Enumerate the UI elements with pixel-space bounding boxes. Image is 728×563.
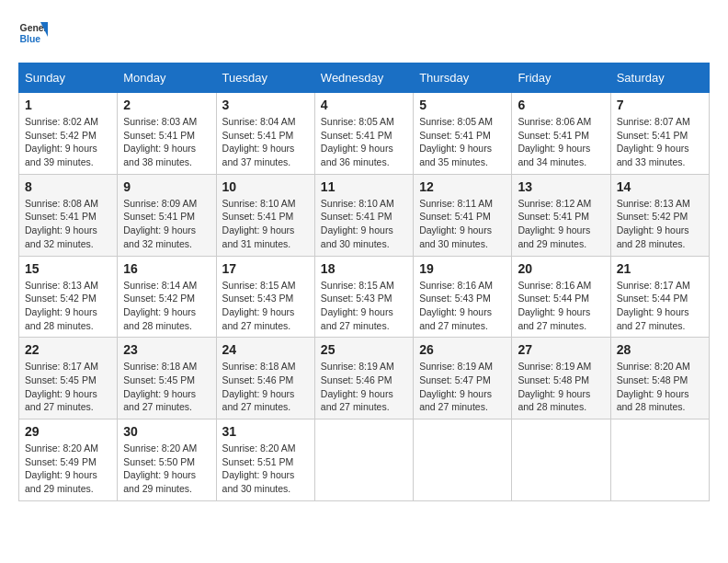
day-info: Sunrise: 8:10 AMSunset: 5:41 PMDaylight:…: [222, 197, 309, 251]
calendar-cell: [610, 419, 709, 501]
week-row-4: 22Sunrise: 8:17 AMSunset: 5:45 PMDayligh…: [19, 338, 710, 419]
day-number: 7: [617, 98, 703, 112]
day-info: Sunrise: 8:20 AMSunset: 5:51 PMDaylight:…: [222, 442, 309, 496]
day-info: Sunrise: 8:20 AMSunset: 5:49 PMDaylight:…: [25, 442, 111, 496]
calendar-cell: 31Sunrise: 8:20 AMSunset: 5:51 PMDayligh…: [216, 419, 314, 501]
calendar-cell: 19Sunrise: 8:16 AMSunset: 5:43 PMDayligh…: [414, 256, 512, 338]
day-number: 3: [222, 98, 309, 112]
svg-text:Blue: Blue: [20, 34, 41, 44]
day-number: 16: [123, 261, 210, 276]
week-row-3: 15Sunrise: 8:13 AMSunset: 5:42 PMDayligh…: [19, 256, 710, 338]
calendar-cell: 3Sunrise: 8:04 AMSunset: 5:41 PMDaylight…: [216, 93, 314, 175]
calendar-cell: 22Sunrise: 8:17 AMSunset: 5:45 PMDayligh…: [19, 338, 118, 419]
weekday-header-thursday: Thursday: [414, 63, 512, 93]
day-info: Sunrise: 8:12 AMSunset: 5:41 PMDaylight:…: [518, 197, 604, 251]
calendar-cell: 7Sunrise: 8:07 AMSunset: 5:41 PMDaylight…: [610, 93, 709, 175]
calendar-cell: 6Sunrise: 8:06 AMSunset: 5:41 PMDaylight…: [512, 93, 610, 175]
day-info: Sunrise: 8:05 AMSunset: 5:41 PMDaylight:…: [419, 115, 506, 169]
week-row-2: 8Sunrise: 8:08 AMSunset: 5:41 PMDaylight…: [19, 174, 710, 256]
calendar-cell: 12Sunrise: 8:11 AMSunset: 5:41 PMDayligh…: [414, 174, 512, 256]
week-row-5: 29Sunrise: 8:20 AMSunset: 5:49 PMDayligh…: [19, 419, 710, 501]
day-number: 30: [123, 424, 210, 439]
day-number: 2: [123, 98, 210, 112]
day-info: Sunrise: 8:20 AMSunset: 5:50 PMDaylight:…: [123, 442, 210, 496]
calendar-cell: 27Sunrise: 8:19 AMSunset: 5:48 PMDayligh…: [512, 338, 610, 419]
day-info: Sunrise: 8:18 AMSunset: 5:45 PMDaylight:…: [123, 360, 210, 414]
day-info: Sunrise: 8:16 AMSunset: 5:44 PMDaylight:…: [518, 279, 604, 333]
day-info: Sunrise: 8:15 AMSunset: 5:43 PMDaylight:…: [222, 279, 309, 333]
weekday-header-saturday: Saturday: [610, 63, 709, 93]
day-info: Sunrise: 8:19 AMSunset: 5:46 PMDaylight:…: [321, 360, 407, 414]
day-number: 12: [419, 179, 506, 194]
day-number: 9: [123, 179, 210, 194]
day-info: Sunrise: 8:02 AMSunset: 5:42 PMDaylight:…: [25, 115, 111, 169]
day-info: Sunrise: 8:11 AMSunset: 5:41 PMDaylight:…: [419, 197, 506, 251]
calendar-cell: 15Sunrise: 8:13 AMSunset: 5:42 PMDayligh…: [19, 256, 118, 338]
calendar-table: SundayMondayTuesdayWednesdayThursdayFrid…: [18, 63, 710, 501]
calendar-cell: 26Sunrise: 8:19 AMSunset: 5:47 PMDayligh…: [414, 338, 512, 419]
calendar-cell: 30Sunrise: 8:20 AMSunset: 5:50 PMDayligh…: [118, 419, 216, 501]
day-number: 31: [222, 424, 309, 439]
day-number: 8: [25, 179, 111, 194]
calendar-cell: 29Sunrise: 8:20 AMSunset: 5:49 PMDayligh…: [19, 419, 118, 501]
calendar-cell: 8Sunrise: 8:08 AMSunset: 5:41 PMDaylight…: [19, 174, 118, 256]
day-info: Sunrise: 8:08 AMSunset: 5:41 PMDaylight:…: [25, 197, 111, 251]
calendar-cell: [512, 419, 610, 501]
day-number: 15: [25, 261, 111, 276]
page-header: General Blue: [18, 18, 710, 48]
day-info: Sunrise: 8:20 AMSunset: 5:48 PMDaylight:…: [617, 360, 703, 414]
day-info: Sunrise: 8:14 AMSunset: 5:42 PMDaylight:…: [123, 279, 210, 333]
day-info: Sunrise: 8:13 AMSunset: 5:42 PMDaylight:…: [617, 197, 703, 251]
calendar-cell: 17Sunrise: 8:15 AMSunset: 5:43 PMDayligh…: [216, 256, 314, 338]
day-number: 19: [419, 261, 506, 276]
day-number: 20: [518, 261, 604, 276]
calendar-cell: 13Sunrise: 8:12 AMSunset: 5:41 PMDayligh…: [512, 174, 610, 256]
weekday-header-sunday: Sunday: [19, 63, 118, 93]
day-number: 13: [518, 179, 604, 194]
logo-icon: General Blue: [18, 18, 48, 48]
weekday-header-row: SundayMondayTuesdayWednesdayThursdayFrid…: [19, 63, 710, 93]
day-info: Sunrise: 8:18 AMSunset: 5:46 PMDaylight:…: [222, 360, 309, 414]
day-info: Sunrise: 8:03 AMSunset: 5:41 PMDaylight:…: [123, 115, 210, 169]
calendar-cell: 18Sunrise: 8:15 AMSunset: 5:43 PMDayligh…: [314, 256, 413, 338]
calendar-cell: 10Sunrise: 8:10 AMSunset: 5:41 PMDayligh…: [216, 174, 314, 256]
calendar-cell: 1Sunrise: 8:02 AMSunset: 5:42 PMDaylight…: [19, 93, 118, 175]
calendar-cell: 4Sunrise: 8:05 AMSunset: 5:41 PMDaylight…: [314, 93, 413, 175]
day-number: 27: [518, 342, 604, 357]
calendar-cell: 28Sunrise: 8:20 AMSunset: 5:48 PMDayligh…: [610, 338, 709, 419]
day-number: 28: [617, 342, 703, 357]
day-number: 4: [321, 98, 407, 112]
day-number: 1: [25, 98, 111, 112]
day-info: Sunrise: 8:17 AMSunset: 5:44 PMDaylight:…: [617, 279, 703, 333]
calendar-cell: 24Sunrise: 8:18 AMSunset: 5:46 PMDayligh…: [216, 338, 314, 419]
day-info: Sunrise: 8:16 AMSunset: 5:43 PMDaylight:…: [419, 279, 506, 333]
calendar-cell: 11Sunrise: 8:10 AMSunset: 5:41 PMDayligh…: [314, 174, 413, 256]
day-info: Sunrise: 8:06 AMSunset: 5:41 PMDaylight:…: [518, 115, 604, 169]
weekday-header-friday: Friday: [512, 63, 610, 93]
day-info: Sunrise: 8:09 AMSunset: 5:41 PMDaylight:…: [123, 197, 210, 251]
day-info: Sunrise: 8:15 AMSunset: 5:43 PMDaylight:…: [321, 279, 407, 333]
calendar-cell: 5Sunrise: 8:05 AMSunset: 5:41 PMDaylight…: [414, 93, 512, 175]
weekday-header-wednesday: Wednesday: [314, 63, 413, 93]
weekday-header-monday: Monday: [118, 63, 216, 93]
day-info: Sunrise: 8:07 AMSunset: 5:41 PMDaylight:…: [617, 115, 703, 169]
calendar-cell: [414, 419, 512, 501]
day-info: Sunrise: 8:04 AMSunset: 5:41 PMDaylight:…: [222, 115, 309, 169]
day-number: 25: [321, 342, 407, 357]
calendar-cell: 2Sunrise: 8:03 AMSunset: 5:41 PMDaylight…: [118, 93, 216, 175]
day-info: Sunrise: 8:19 AMSunset: 5:48 PMDaylight:…: [518, 360, 604, 414]
calendar-cell: 9Sunrise: 8:09 AMSunset: 5:41 PMDaylight…: [118, 174, 216, 256]
calendar-cell: 25Sunrise: 8:19 AMSunset: 5:46 PMDayligh…: [314, 338, 413, 419]
day-number: 5: [419, 98, 506, 112]
day-info: Sunrise: 8:10 AMSunset: 5:41 PMDaylight:…: [321, 197, 407, 251]
calendar-cell: 21Sunrise: 8:17 AMSunset: 5:44 PMDayligh…: [610, 256, 709, 338]
day-number: 24: [222, 342, 309, 357]
day-number: 23: [123, 342, 210, 357]
calendar-cell: 16Sunrise: 8:14 AMSunset: 5:42 PMDayligh…: [118, 256, 216, 338]
day-info: Sunrise: 8:19 AMSunset: 5:47 PMDaylight:…: [419, 360, 506, 414]
day-number: 22: [25, 342, 111, 357]
day-number: 29: [25, 424, 111, 439]
calendar-cell: 14Sunrise: 8:13 AMSunset: 5:42 PMDayligh…: [610, 174, 709, 256]
calendar-cell: [314, 419, 413, 501]
calendar-cell: 20Sunrise: 8:16 AMSunset: 5:44 PMDayligh…: [512, 256, 610, 338]
